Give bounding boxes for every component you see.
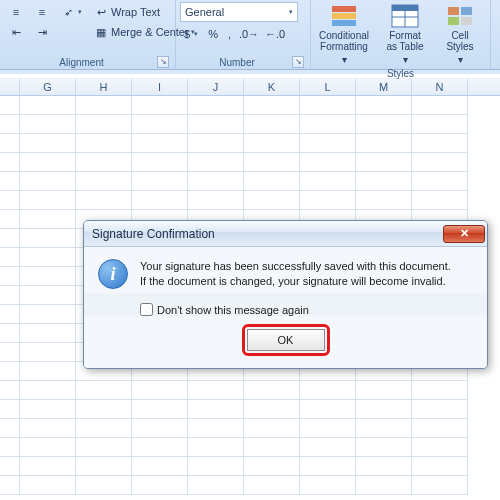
cell-styles-button[interactable]: Cell Styles▾	[437, 2, 483, 67]
increase-indent-button[interactable]: ⇥	[30, 22, 54, 42]
decrease-decimal-icon: ←.0	[267, 26, 283, 42]
column-header[interactable]: G	[20, 79, 76, 95]
dialog-message: Your signature has been successfully sav…	[140, 259, 451, 289]
signature-confirmation-dialog: Signature Confirmation ✕ i Your signatur…	[83, 220, 488, 369]
svg-rect-10	[461, 17, 472, 25]
wrap-text-button[interactable]: ↩ Wrap Text	[89, 2, 185, 22]
increase-decimal-icon: .0→	[241, 26, 257, 42]
svg-rect-7	[448, 7, 459, 15]
format-as-table-icon	[391, 4, 419, 28]
column-header[interactable]: K	[244, 79, 300, 95]
dialog-title: Signature Confirmation	[92, 227, 215, 241]
wrap-text-label: Wrap Text	[111, 6, 160, 18]
ok-button[interactable]: OK	[247, 329, 325, 351]
ribbon-group-styles: Conditional Formatting▾ Format as Table▾…	[311, 0, 491, 69]
decrease-indent-button[interactable]: ⇤	[4, 22, 28, 42]
conditional-formatting-label: Conditional Formatting	[319, 30, 369, 52]
column-headers: G H I J K L M N	[0, 78, 500, 96]
number-group-label: Number	[182, 57, 292, 68]
increase-indent-icon: ⇥	[34, 24, 50, 40]
alignment-group-label: Alignment	[6, 57, 157, 68]
align-middle-icon: ≡	[34, 4, 50, 20]
conditional-formatting-button[interactable]: Conditional Formatting▾	[315, 2, 373, 67]
comma-button[interactable]: ,	[224, 24, 235, 44]
ribbon-group-number: General ▾ $▾ % , .0→ ←.0 Number ↘	[176, 0, 311, 69]
merge-center-icon: ▦	[93, 24, 109, 40]
format-as-table-button[interactable]: Format as Table▾	[376, 2, 434, 67]
number-dialog-launcher[interactable]: ↘	[292, 56, 304, 68]
column-header[interactable]: I	[132, 79, 188, 95]
svg-rect-9	[448, 17, 459, 25]
styles-group-label: Styles	[317, 68, 484, 79]
ok-highlight: OK	[242, 324, 330, 356]
orientation-icon: ➶	[60, 4, 76, 20]
wrap-text-icon: ↩	[93, 4, 109, 20]
dialog-message-line1: Your signature has been successfully sav…	[140, 259, 451, 274]
decrease-indent-icon: ⇤	[8, 24, 24, 40]
close-button[interactable]: ✕	[443, 225, 485, 243]
orientation-button[interactable]: ➶▾	[56, 2, 86, 22]
currency-button[interactable]: $▾	[180, 24, 202, 44]
cell-styles-label: Cell Styles	[446, 30, 473, 52]
alignment-dialog-launcher[interactable]: ↘	[157, 56, 169, 68]
increase-decimal-button[interactable]: .0→	[237, 24, 261, 44]
column-header[interactable]: N	[412, 79, 468, 95]
svg-rect-8	[461, 7, 472, 15]
percent-button[interactable]: %	[204, 24, 222, 44]
column-header[interactable]: H	[76, 79, 132, 95]
dialog-titlebar[interactable]: Signature Confirmation ✕	[84, 221, 487, 247]
number-format-select[interactable]: General ▾	[180, 2, 298, 22]
svg-rect-2	[332, 20, 356, 26]
align-middle-button[interactable]: ≡	[30, 2, 54, 22]
ribbon-group-alignment: ≡ ≡ ➶▾ ⇤ ⇥ ↩ Wrap Text ▦ Merge & Center …	[0, 0, 176, 69]
info-icon: i	[98, 259, 128, 289]
column-header[interactable]: L	[300, 79, 356, 95]
column-header[interactable]: M	[356, 79, 412, 95]
column-header[interactable]: J	[188, 79, 244, 95]
decrease-decimal-button[interactable]: ←.0	[263, 24, 287, 44]
ribbon: ≡ ≡ ➶▾ ⇤ ⇥ ↩ Wrap Text ▦ Merge & Center …	[0, 0, 500, 70]
align-top-button[interactable]: ≡	[4, 2, 28, 22]
dialog-body: i Your signature has been successfully s…	[84, 247, 487, 293]
format-as-table-label: Format as Table	[386, 30, 423, 52]
cell-styles-icon	[446, 4, 474, 28]
number-format-value: General	[185, 6, 224, 18]
conditional-formatting-icon	[330, 4, 358, 28]
close-icon: ✕	[460, 227, 469, 240]
dont-show-checkbox[interactable]	[140, 303, 153, 316]
dialog-message-line2: If the document is changed, your signatu…	[140, 274, 451, 289]
align-top-icon: ≡	[8, 4, 24, 20]
dialog-button-row: OK	[84, 316, 487, 368]
percent-icon: %	[208, 28, 218, 40]
svg-rect-1	[332, 13, 356, 19]
svg-rect-0	[332, 6, 356, 12]
dont-show-label: Don't show this message again	[157, 304, 309, 316]
comma-icon: ,	[228, 28, 231, 40]
currency-icon: $	[184, 28, 190, 40]
